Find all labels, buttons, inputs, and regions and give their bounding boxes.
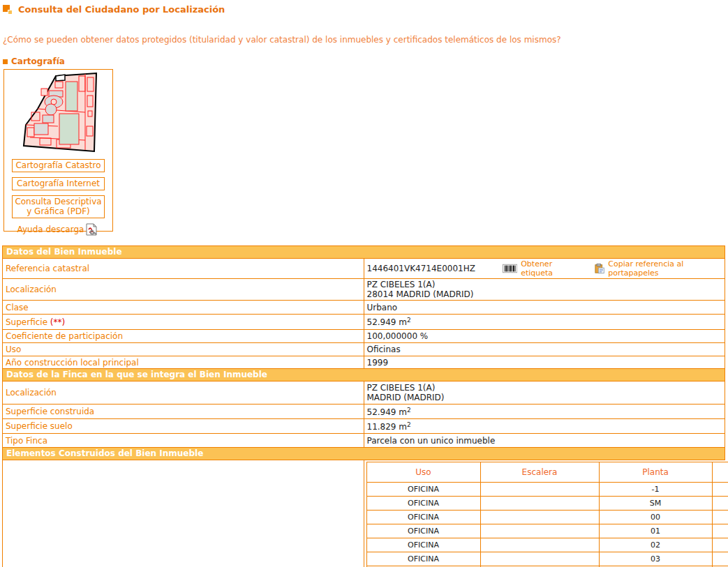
clase-value: Urbano bbox=[364, 301, 725, 315]
elemento-cell-escalera bbox=[480, 511, 599, 524]
section-header-bien-inmueble: Datos del Bien Inmueble bbox=[3, 246, 725, 259]
superficie-sup: 2 bbox=[407, 317, 411, 324]
elemento-cell-planta: 02 bbox=[599, 538, 712, 552]
col-header-planta: Planta bbox=[599, 462, 712, 483]
label-superficie: Superficie (**) bbox=[3, 315, 364, 330]
section-bullet-icon bbox=[3, 59, 8, 64]
elemento-cell-uso: OFICINA bbox=[366, 483, 480, 497]
elemento-cell-uso: OFICINA bbox=[366, 552, 480, 566]
anio-construccion-value: 1999 bbox=[364, 356, 725, 369]
cadastral-map[interactable] bbox=[16, 72, 101, 156]
elemento-row: OFICINA-11.105 bbox=[366, 483, 728, 497]
label-tipo-finca: Tipo Finca bbox=[3, 434, 364, 448]
label-superficie-construida: Superficie construida bbox=[3, 405, 364, 419]
superficie-suelo-sup: 2 bbox=[407, 421, 411, 428]
finca-localizacion-value: PZ CIBELES 1(A) MADRID (MADRID) bbox=[364, 381, 725, 405]
elemento-cell-puerta bbox=[712, 483, 728, 497]
elemento-row: OFICINA018.474 bbox=[366, 524, 728, 538]
section-header-elementos: Elementos Construidos del Bien Inmueble bbox=[3, 448, 725, 460]
barcode-icon[interactable] bbox=[503, 264, 517, 273]
elemento-row: OFICINASM8.501 bbox=[366, 497, 728, 511]
elemento-cell-planta: SM bbox=[599, 497, 712, 511]
elemento-cell-uso: OFICINA bbox=[366, 538, 480, 552]
elementos-header-row: Uso Escalera Planta Puerta Superficie ca… bbox=[366, 462, 728, 483]
elemento-cell-escalera bbox=[480, 497, 599, 511]
cartografia-title: Cartografía bbox=[11, 56, 65, 66]
cartografia-catastro-button[interactable]: Cartografía Catastro bbox=[12, 159, 105, 172]
elemento-cell-escalera bbox=[480, 552, 599, 566]
consulta-descriptiva-line2: y Gráfica (PDF) bbox=[27, 206, 90, 216]
superficie-value: 52.949 m2 bbox=[364, 315, 725, 330]
ayuda-descarga-label: Ayuda descarga bbox=[17, 225, 84, 234]
superficie-label-text: Superficie bbox=[6, 317, 50, 327]
label-uso: Uso bbox=[3, 343, 364, 356]
elemento-cell-escalera bbox=[480, 483, 599, 497]
coeficiente-value: 100,000000 % bbox=[364, 330, 725, 343]
label-referencia-catastral: Referencia catastral bbox=[3, 259, 364, 279]
superficie-suelo-number: 11.829 m bbox=[367, 422, 408, 432]
cartografia-panel: Cartografía Catastro Cartografía Interne… bbox=[3, 69, 113, 232]
superficie-number: 52.949 m bbox=[367, 317, 408, 327]
copiar-referencia-link[interactable]: Copiar referencia al portapapeles bbox=[608, 259, 722, 278]
elemento-cell-planta: 01 bbox=[599, 524, 712, 538]
superficie-construida-number: 52.949 m bbox=[367, 407, 408, 417]
elemento-cell-uso: OFICINA bbox=[366, 524, 480, 538]
elementos-table-body: Uso Escalera Planta Puerta Superficie ca… bbox=[366, 462, 728, 567]
referencia-catastral-value: 1446401VK4714E0001HZ bbox=[367, 264, 475, 273]
superficie-asterisk-mark: (**) bbox=[50, 317, 65, 327]
elemento-cell-puerta bbox=[712, 497, 728, 511]
superficie-suelo-value: 11.829 m2 bbox=[364, 419, 725, 434]
localizacion-line2: 28014 MADRID (MADRID) bbox=[367, 289, 474, 299]
label-anio-construccion: Año construcción local principal bbox=[3, 356, 364, 369]
section-header-finca: Datos de la Finca en la que se integra e… bbox=[3, 369, 725, 381]
property-data-table: Datos del Bien Inmueble Referencia catas… bbox=[2, 245, 725, 567]
label-clase: Clase bbox=[3, 301, 364, 315]
col-header-escalera: Escalera bbox=[480, 462, 599, 483]
elemento-cell-planta: -1 bbox=[599, 483, 712, 497]
obtener-etiqueta-link[interactable]: Obtener etiqueta bbox=[521, 259, 579, 278]
col-header-uso: Uso bbox=[366, 462, 480, 483]
tipo-finca-value: Parcela con un unico inmueble bbox=[364, 434, 725, 448]
elemento-cell-planta: 00 bbox=[599, 511, 712, 524]
elementos-table: Uso Escalera Planta Puerta Superficie ca… bbox=[366, 462, 728, 567]
superficie-construida-sup: 2 bbox=[407, 407, 411, 414]
elemento-row: OFICINA028.363 bbox=[366, 538, 728, 552]
pdf-download-icon[interactable] bbox=[85, 223, 99, 236]
elemento-cell-uso: OFICINA bbox=[366, 511, 480, 524]
elemento-row: OFICINA008.419 bbox=[366, 511, 728, 524]
localizacion-line1: PZ CIBELES 1(A) bbox=[367, 280, 436, 289]
finca-localizacion-line1: PZ CIBELES 1(A) bbox=[367, 383, 436, 393]
consulta-icon bbox=[3, 5, 13, 15]
localizacion-value: PZ CIBELES 1(A) 28014 MADRID (MADRID) bbox=[364, 279, 725, 301]
elemento-cell-puerta bbox=[712, 552, 728, 566]
clipboard-copy-icon[interactable] bbox=[595, 263, 604, 274]
label-finca-localizacion: Localización bbox=[3, 381, 364, 405]
label-localizacion: Localización bbox=[3, 279, 364, 301]
page-header: Consulta del Ciudadano por Localización bbox=[3, 4, 225, 15]
elemento-cell-puerta bbox=[712, 538, 728, 552]
cartografia-internet-button[interactable]: Cartografía Internet bbox=[12, 177, 105, 190]
consulta-descriptiva-button[interactable]: Consulta Descriptiva y Gráfica (PDF) bbox=[12, 195, 105, 218]
elemento-cell-uso: OFICINA bbox=[366, 497, 480, 511]
elemento-row: OFICINA037.976 bbox=[366, 552, 728, 566]
col-header-puerta: Puerta bbox=[712, 462, 728, 483]
faq-question-link[interactable]: ¿Cómo se pueden obtener datos protegidos… bbox=[3, 35, 561, 45]
uso-value: Oficinas bbox=[364, 343, 725, 356]
elementos-host-cell: Uso Escalera Planta Puerta Superficie ca… bbox=[364, 460, 725, 567]
cartografia-section-heading: Cartografía bbox=[3, 56, 65, 66]
elemento-cell-puerta bbox=[712, 511, 728, 524]
elemento-cell-escalera bbox=[480, 538, 599, 552]
finca-localizacion-line2: MADRID (MADRID) bbox=[367, 393, 445, 402]
elemento-cell-planta: 03 bbox=[599, 552, 712, 566]
ayuda-descarga-link[interactable]: Ayuda descarga bbox=[4, 223, 112, 236]
elemento-cell-escalera bbox=[480, 524, 599, 538]
elemento-cell-puerta bbox=[712, 524, 728, 538]
consulta-descriptiva-line1: Consulta Descriptiva bbox=[15, 197, 101, 206]
label-coeficiente: Coeficiente de participación bbox=[3, 330, 364, 343]
superficie-construida-value: 52.949 m2 bbox=[364, 405, 725, 419]
page-title: Consulta del Ciudadano por Localización bbox=[18, 4, 225, 15]
elementos-empty-label-cell bbox=[3, 460, 364, 567]
label-superficie-suelo: Superficie suelo bbox=[3, 419, 364, 434]
